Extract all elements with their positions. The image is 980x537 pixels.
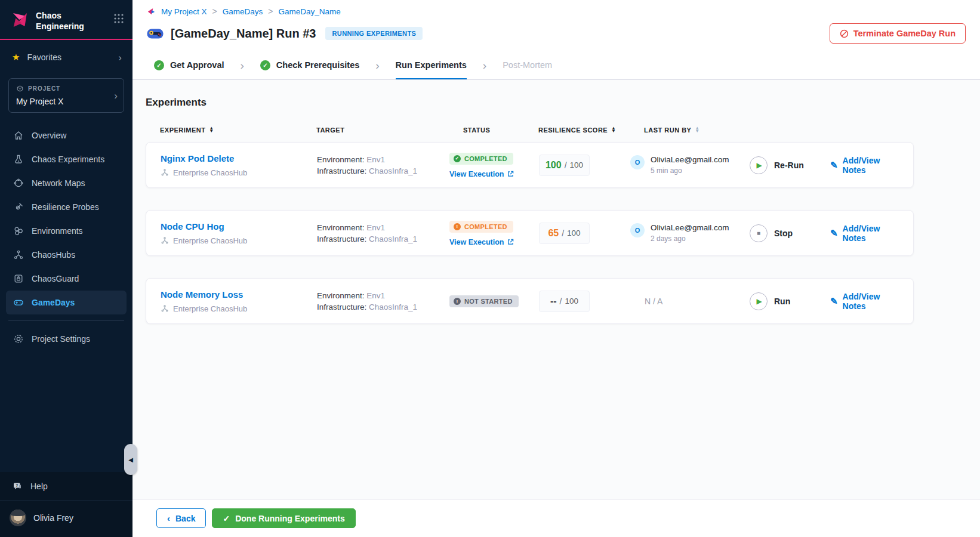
nav-label: ChaosGuard: [32, 274, 79, 283]
environment-value: Env1: [366, 223, 385, 232]
project-name: My Project X: [16, 97, 116, 106]
user-profile[interactable]: Olivia Frey: [0, 501, 132, 537]
brand: Chaos Engineering: [0, 0, 132, 39]
table-header-row: EXPERIMENT ▲▼ TARGET STATUS RESILIENCE S…: [146, 126, 914, 134]
alert-circle-icon: !: [454, 298, 461, 305]
action-label: Stop: [774, 229, 793, 238]
step-get-approval[interactable]: ✓ Get Approval: [154, 52, 224, 79]
star-icon: ★: [12, 52, 20, 63]
project-label: PROJECT: [28, 85, 60, 92]
pen-icon: ✎: [830, 296, 838, 307]
sidebar-item-help[interactable]: ? Help: [0, 472, 132, 501]
sidebar-collapse-handle[interactable]: ◀: [124, 444, 137, 475]
chevron-right-icon: ›: [114, 91, 118, 101]
chevron-right-icon: ›: [241, 52, 244, 79]
breadcrumb-link-project[interactable]: My Project X: [161, 7, 207, 16]
play-icon: ▶: [756, 297, 762, 305]
terminate-gameday-run-button[interactable]: Terminate GameDay Run: [830, 23, 966, 44]
sidebar-nav: Overview Chaos Experiments: [0, 116, 132, 314]
breadcrumb: My Project X > GameDays > GameDay_Name: [147, 7, 966, 16]
experiment-row-node-cpu-hog: Node CPU Hog Enterprise ChaosHub: [146, 210, 914, 256]
hub-name: Enterprise ChaosHub: [173, 168, 247, 177]
step-run-experiments[interactable]: Run Experiments: [396, 52, 467, 79]
help-label: Help: [30, 482, 48, 491]
check-circle-icon: ✓: [454, 155, 461, 162]
run-stepper: ✓ Get Approval › ✓ Check Prerequisites ›…: [132, 52, 980, 80]
sidebar-item-chaosguard[interactable]: ChaosGuard: [6, 267, 127, 291]
step-post-mortem[interactable]: Post-Mortem: [503, 52, 552, 79]
add-view-notes-link[interactable]: ✎ Add/View Notes: [830, 224, 899, 243]
sidebar-item-overview[interactable]: Overview: [6, 124, 127, 147]
stop-icon: ■: [757, 230, 760, 236]
nav-label: Network Maps: [32, 178, 85, 188]
footer-action-bar: ‹ Back ✓ Done Running Experiments: [132, 499, 980, 537]
sidebar-item-project-settings[interactable]: Project Settings: [6, 327, 127, 351]
chevron-right-icon: ›: [118, 53, 122, 63]
experiment-name-link[interactable]: Node CPU Hog: [161, 221, 317, 232]
sidebar-item-chaos-experiments[interactable]: Chaos Experiments: [6, 147, 127, 171]
check-icon: ✓: [223, 514, 230, 523]
home-icon: [13, 130, 24, 141]
experiment-name-link[interactable]: Nginx Pod Delete: [161, 153, 317, 163]
environment-value: Env1: [366, 155, 385, 164]
back-button[interactable]: ‹ Back: [156, 508, 206, 528]
sidebar-item-chaoshubs[interactable]: ChaosHubs: [6, 243, 127, 267]
breadcrumb-separator: >: [212, 7, 217, 16]
lock-shield-icon: [13, 273, 24, 284]
add-view-notes-link[interactable]: ✎ Add/View Notes: [830, 156, 899, 175]
flask-icon: [13, 154, 24, 165]
experiment-row-node-memory-loss: Node Memory Loss Enterprise ChaosHub: [146, 278, 914, 324]
apps-grid-icon[interactable]: [113, 10, 124, 24]
view-execution-link[interactable]: View Execution: [449, 170, 539, 178]
last-run-by: O OliviaLee@gmail.com 5 min ago: [630, 155, 750, 175]
environment-value: Env1: [366, 291, 385, 300]
nav-label: Resilience Probes: [32, 202, 99, 212]
cube-icon: [16, 85, 24, 92]
sort-icon[interactable]: ▲▼: [611, 127, 616, 132]
runner-email: OliviaLee@gmail.com: [651, 155, 729, 164]
alert-circle-icon: !: [454, 223, 461, 230]
hub-name: Enterprise ChaosHub: [173, 236, 247, 245]
step-label: Check Prerequisites: [276, 60, 359, 70]
action-label: Run: [774, 297, 790, 306]
done-running-experiments-button[interactable]: ✓ Done Running Experiments: [212, 508, 355, 528]
status-pill-not-started: ! NOT STARTED: [449, 295, 519, 307]
breadcrumb-link-gamedays[interactable]: GameDays: [223, 7, 263, 16]
chaoshub-icon: [161, 304, 169, 313]
chaoshub-icon: [161, 168, 169, 177]
sidebar-item-environments[interactable]: Environments: [6, 219, 127, 243]
sidebar-item-network-maps[interactable]: Network Maps: [6, 171, 127, 195]
infrastructure-value: ChaosInfra_1: [369, 234, 417, 243]
breadcrumb-link-gameday-name[interactable]: GameDay_Name: [278, 7, 340, 16]
sort-icon[interactable]: ▲▼: [695, 127, 699, 132]
sidebar-item-favorites[interactable]: ★ Favorites ›: [0, 40, 132, 72]
project-selector[interactable]: PROJECT My Project X ›: [8, 78, 124, 113]
column-header-resilience-score: RESILIENCE SCORE ▲▼: [538, 126, 630, 134]
runner-avatar: O: [630, 223, 645, 237]
check-circle-icon: ✓: [154, 60, 164, 70]
column-header-experiment: EXPERIMENT ▲▼: [160, 126, 316, 134]
stop-button[interactable]: ■: [750, 224, 768, 242]
infrastructure-value: ChaosInfra_1: [369, 166, 417, 175]
environments-icon: [13, 226, 24, 236]
step-check-prerequisites[interactable]: ✓ Check Prerequisites: [260, 52, 359, 79]
column-header-last-run-by: LAST RUN BY ▲▼: [630, 126, 749, 134]
sidebar-item-gamedays[interactable]: GameDays: [6, 291, 127, 314]
view-execution-link[interactable]: View Execution: [449, 238, 539, 246]
sort-icon[interactable]: ▲▼: [209, 127, 214, 132]
sidebar-item-resilience-probes[interactable]: Resilience Probes: [6, 195, 127, 219]
chevron-left-icon: ‹: [167, 513, 170, 523]
run-button[interactable]: ▶: [750, 292, 768, 310]
run-timestamp: 5 min ago: [651, 166, 729, 175]
re-run-button[interactable]: ▶: [750, 156, 768, 174]
gamepad-icon: [13, 297, 24, 308]
page-title: [GameDay_Name] Run #3: [171, 27, 316, 41]
terminate-label: Terminate GameDay Run: [853, 29, 956, 38]
runner-avatar: O: [630, 155, 645, 169]
add-view-notes-link[interactable]: ✎ Add/View Notes: [830, 292, 899, 311]
chaoshub-icon: [161, 236, 169, 245]
chevron-right-icon: ›: [483, 52, 486, 79]
external-link-icon: [507, 171, 514, 177]
not-applicable-text: N / A: [630, 297, 662, 306]
experiment-name-link[interactable]: Node Memory Loss: [161, 289, 317, 300]
